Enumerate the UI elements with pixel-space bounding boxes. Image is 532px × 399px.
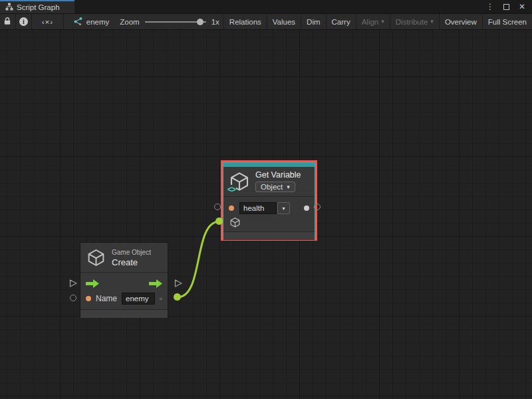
graph-reference-icon [73,17,82,27]
get-variable-value-output-port[interactable] [314,203,321,210]
relations-button[interactable]: Relations [223,14,267,29]
script-graph-window: Script Graph ⋮ ✕ i ‹×› [0,0,532,399]
zoom-slider-handle[interactable] [197,19,203,25]
variable-name-input[interactable] [239,202,277,214]
create-node-category: Game Object [112,249,151,256]
create-node-footer [80,309,168,318]
get-variable-title: Get Variable [255,170,301,180]
zoom-value: 1x [211,18,219,26]
create-name-input-port[interactable] [70,295,76,301]
zoom-label: Zoom [120,18,139,26]
get-variable-icon: <> [229,171,250,192]
chevron-down-icon: ▾ [287,184,290,190]
lock-icon [3,17,11,27]
chevron-down-icon: ▾ [430,19,434,25]
create-game-object-output-port[interactable] [174,293,181,301]
overview-button[interactable]: Overview [439,14,482,29]
titlebar: Script Graph ⋮ ✕ [0,0,532,13]
chevron-down-icon: ▾ [381,19,384,25]
get-variable-node[interactable]: <> Get Variable Object ▾ [223,162,315,239]
edit-script-button[interactable]: ‹×› [32,14,64,29]
variable-picker-dropdown[interactable]: ▾ [277,202,290,214]
chevron-down-icon: ▾ [282,205,285,211]
carry-button[interactable]: Carry [326,14,356,29]
window-controls: ⋮ ✕ [486,0,532,13]
values-button[interactable]: Values [267,14,301,29]
graph-toolbar: i ‹×› enemy Zoom 1x [0,13,532,30]
toolbar-buttons: Relations Values Dim Carry Align ▾ Distr… [223,14,532,29]
flow-input-icon[interactable] [86,279,99,288]
game-object-icon [86,248,106,267]
zoom-slider[interactable] [145,19,206,25]
value-output-port-dot[interactable] [304,205,309,211]
get-variable-header: <> Get Variable Object ▾ [223,167,315,196]
create-node[interactable]: Game Object Create Name [80,242,168,317]
graph-name-label: enemy [86,18,110,26]
graph-reference[interactable]: enemy [64,14,116,29]
get-variable-object-input-port[interactable] [215,217,223,225]
name-port-dot[interactable] [86,296,91,301]
align-button: Align ▾ [356,14,390,29]
create-flow-output-port[interactable] [174,279,183,288]
game-object-output-icon[interactable] [160,293,162,305]
code-icon: ‹×› [42,18,53,26]
name-port-label: Name [96,294,117,303]
object-input-port-icon[interactable] [229,217,241,228]
get-variable-footer [223,231,315,240]
create-node-title: Create [112,257,151,267]
info-button[interactable]: i [16,14,32,29]
menu-icon[interactable]: ⋮ [486,3,494,11]
dim-button[interactable]: Dim [301,14,325,29]
fullscreen-button[interactable]: Full Screen [482,14,532,29]
zoom-control: Zoom 1x [116,14,223,29]
variable-scope-dropdown[interactable]: Object ▾ [255,182,295,192]
tab-script-graph[interactable]: Script Graph [0,0,74,13]
lock-button[interactable] [0,14,16,29]
distribute-button: Distribute ▾ [390,14,439,29]
get-variable-name-input-port[interactable] [214,203,221,210]
info-icon: i [19,17,28,26]
flow-output-icon[interactable] [149,279,162,288]
create-flow-input-port[interactable] [68,279,78,288]
variable-name-port-dot[interactable] [229,205,234,211]
maximize-icon[interactable] [503,4,509,10]
graph-tab-icon [5,3,13,12]
tab-title: Script Graph [17,3,60,11]
name-input[interactable] [122,293,155,305]
close-icon[interactable]: ✕ [519,3,525,11]
create-node-header: Game Object Create [80,243,168,272]
graph-canvas[interactable]: Game Object Create Name [0,30,532,399]
